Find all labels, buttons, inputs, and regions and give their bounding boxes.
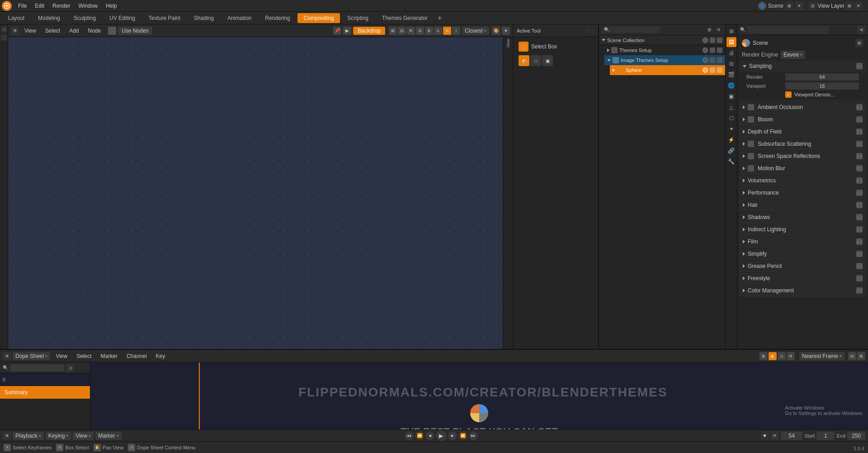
tab-animation[interactable]: Animation	[221, 13, 258, 23]
select-btn[interactable]: Select	[42, 27, 64, 35]
dope-sheet-canvas[interactable]: 🔍 ◁ 0 Summary FLIPPEDNORMALS.COM/CREATOR…	[0, 362, 868, 429]
section-header-10[interactable]: Indirect Lighting⋮⋮	[739, 224, 866, 235]
view-layer-expand-icon[interactable]: ⊞	[845, 2, 854, 10]
section-options-8[interactable]: ⋮⋮	[856, 202, 863, 208]
section-options-6[interactable]: ⋮⋮	[856, 177, 863, 184]
dope-summary-row[interactable]: Summary	[0, 386, 90, 399]
section-options-4[interactable]: ⋮⋮	[856, 153, 863, 159]
menu-window[interactable]: Window	[75, 2, 101, 10]
section-header-12[interactable]: Simplify⋮⋮	[739, 248, 866, 259]
section-checkbox-3[interactable]	[748, 141, 754, 147]
props-search-input[interactable]	[747, 26, 829, 33]
menu-help[interactable]: Help	[102, 2, 121, 10]
section-header-2[interactable]: Depth of Field⋮⋮	[739, 126, 866, 137]
prop-icon-world[interactable]: 🌐	[726, 81, 736, 91]
prop-icon-material[interactable]: ⬡	[726, 113, 736, 123]
section-header-5[interactable]: Motion Blur⋮⋮	[739, 163, 866, 174]
playback-view-btn[interactable]: View	[73, 432, 94, 440]
render-value[interactable]: 64	[785, 73, 859, 81]
section-checkbox-0[interactable]	[748, 104, 754, 110]
prop-icon-render[interactable]: 🖼	[726, 37, 736, 47]
section-header-7[interactable]: Performance⋮⋮	[739, 187, 866, 198]
section-header-15[interactable]: Color Management⋮⋮	[739, 285, 866, 296]
section-header-3[interactable]: Subsurface Scattering⋮⋮	[739, 138, 866, 149]
scene-close-icon[interactable]: ✕	[795, 2, 803, 10]
jump-start-btn[interactable]: ⏮	[405, 431, 414, 440]
sphere-render-icon[interactable]	[710, 67, 715, 73]
filter-btn-2[interactable]: ⫷	[714, 26, 722, 34]
section-options-7[interactable]: ⋮⋮	[856, 190, 863, 196]
section-options-15[interactable]: ⋮⋮	[856, 287, 863, 294]
backdrop-icon3[interactable]: R	[407, 27, 415, 35]
dope-search-input[interactable]	[10, 364, 64, 372]
tool-icon-btn-2[interactable]: □	[530, 55, 541, 66]
image-themes-item[interactable]: Image Themes Setup	[604, 55, 725, 65]
backdrop-icon7[interactable]: ⊕	[443, 27, 451, 35]
menu-edit[interactable]: Edit	[31, 2, 48, 10]
collection-visibility-icon[interactable]	[703, 38, 708, 43]
dope-key-btn[interactable]: Key	[152, 352, 169, 360]
section-checkbox-5[interactable]	[748, 165, 754, 172]
viewport-color-icon[interactable]: 🎨	[492, 27, 500, 35]
prop-icon-view-layer[interactable]: ⊟	[726, 59, 736, 69]
tab-texture-paint[interactable]: Texture Paint	[142, 13, 187, 23]
play-btn[interactable]: ▶	[436, 430, 447, 441]
section-header-14[interactable]: Freestyle⋮⋮	[739, 273, 866, 284]
viewport-value[interactable]: 16	[785, 82, 859, 90]
backdrop-button[interactable]: Backdrop	[353, 27, 385, 35]
backdrop-icon4[interactable]: G	[416, 27, 424, 35]
prop-icon-scene-layout[interactable]: ⊞	[726, 26, 736, 36]
dope-menu-icon[interactable]: ⊞	[3, 352, 11, 360]
dope-icon1[interactable]: ⊞	[760, 352, 768, 360]
keying-btn[interactable]: Keying	[46, 432, 71, 440]
props-filter-icon[interactable]: ⫷	[857, 26, 865, 34]
section-checkbox-1[interactable]	[748, 116, 754, 123]
tab-uv-editing[interactable]: UV Editing	[103, 13, 142, 23]
dope-view-icon1[interactable]: ⊟	[848, 352, 856, 360]
viewport-denoise-checkbox[interactable]: ✓	[785, 91, 792, 98]
dope-icon3[interactable]: ⚠	[778, 352, 786, 360]
select-box-tool[interactable]: ⬚ Select Box	[516, 40, 595, 53]
image-themes-expand-icon[interactable]	[607, 59, 611, 62]
dope-filter-icon[interactable]: ⫷	[787, 352, 795, 360]
next-frame-btn[interactable]: ⏩	[458, 431, 467, 440]
dope-icon2[interactable]: ▣	[769, 352, 777, 360]
tool-icon-btn-1[interactable]: ◩	[519, 55, 529, 66]
tab-sculpting[interactable]: Sculpting	[67, 13, 102, 23]
outliner-search[interactable]: 🔍	[602, 27, 660, 33]
collection-render-icon[interactable]	[710, 38, 715, 43]
prop-icon-particles[interactable]: ✦	[726, 124, 736, 134]
tool-icon-btn-3[interactable]: ▣	[542, 55, 553, 66]
prev-keyframe-btn[interactable]: ◄	[425, 431, 434, 440]
section-header-6[interactable]: Volumetrics⋮⋮	[739, 175, 866, 186]
themes-setup-render-icon[interactable]	[710, 48, 715, 53]
section-header-13[interactable]: Grease Pencil⋮⋮	[739, 261, 866, 272]
collection-restrict-icon[interactable]	[717, 38, 722, 43]
themes-setup-visibility-icon[interactable]	[703, 48, 708, 53]
image-themes-visibility-icon[interactable]	[703, 57, 708, 63]
sphere-visibility-icon[interactable]	[703, 67, 708, 73]
image-themes-restrict-icon[interactable]	[717, 57, 722, 63]
section-checkbox-4[interactable]	[748, 153, 754, 159]
nearest-frame-dropdown[interactable]: Nearest Frame	[799, 352, 844, 360]
section-options-3[interactable]: ⋮⋮	[856, 141, 863, 147]
sphere-item[interactable]: Sphere	[610, 65, 725, 75]
themes-setup-item[interactable]: Themes Setup	[604, 45, 725, 55]
prop-icon-output[interactable]: 🖨	[726, 48, 736, 58]
tab-scripting[interactable]: Scripting	[341, 13, 375, 23]
dope-left-icon[interactable]: ◁	[66, 364, 74, 372]
backdrop-icon6[interactable]: A	[434, 27, 442, 35]
playback-menu-icon[interactable]: ⊞	[3, 432, 11, 440]
prop-icon-object[interactable]: ▣	[726, 91, 736, 101]
current-frame-input[interactable]: 54	[781, 432, 802, 440]
camera-icon[interactable]: ▶	[343, 27, 351, 35]
prev-frame-btn[interactable]: ⏪	[415, 431, 424, 440]
record-icon[interactable]: ⏺	[761, 432, 769, 440]
tab-compositing[interactable]: Compositing	[297, 13, 340, 23]
prop-icon-constraints[interactable]: 🔗	[726, 146, 736, 156]
section-options-13[interactable]: ⋮⋮	[856, 263, 863, 269]
view-btn[interactable]: View	[21, 27, 40, 35]
section-options-5[interactable]: ⋮⋮	[856, 165, 863, 172]
menu-render[interactable]: Render	[49, 2, 74, 10]
section-header-11[interactable]: Film⋮⋮	[739, 236, 866, 247]
